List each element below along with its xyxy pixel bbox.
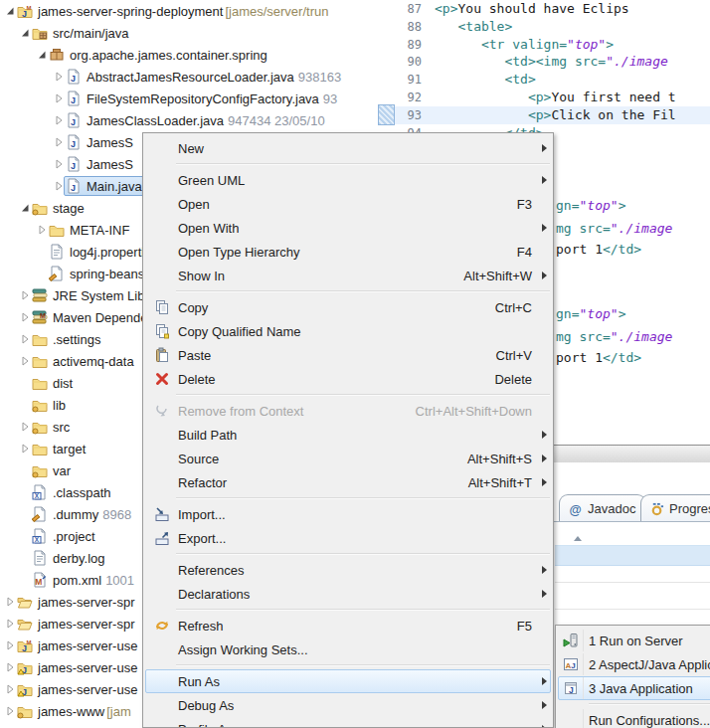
- code-fragment[interactable]: mg src="./image: [556, 328, 672, 346]
- menu-item-build-path[interactable]: Build Path: [145, 423, 551, 447]
- expand-arrow-icon[interactable]: [19, 309, 32, 325]
- menu-item-label: Import...: [178, 507, 532, 522]
- tree-item-content: JMjames-server-use: [17, 637, 137, 653]
- code-line-89[interactable]: 89 <tr valign="top">: [370, 36, 710, 54]
- collapse-arrow-icon[interactable]: [19, 25, 32, 41]
- code-line-87[interactable]: 87<p>You should have Eclips: [370, 0, 710, 18]
- panel-row[interactable]: [555, 609, 710, 610]
- svg-text:J: J: [71, 183, 76, 193]
- expand-arrow-icon[interactable]: [36, 222, 49, 238]
- svg-text:J: J: [71, 161, 76, 171]
- expand-arrow-icon[interactable]: [4, 659, 17, 675]
- menu-item-refresh[interactable]: RefreshF5: [145, 614, 551, 637]
- svg-text:J: J: [71, 74, 76, 84]
- submenu-item-run-configurations[interactable]: Run Configurations...: [558, 708, 710, 728]
- tree-item-decoration: 938163: [298, 70, 341, 85]
- no-arrow: [19, 550, 32, 566]
- tree-item-james-server-spring-deployment[interactable]: JMjames-server-spring-deployment[james/s…: [0, 0, 374, 22]
- expand-arrow-icon[interactable]: [53, 112, 66, 128]
- code-line-93[interactable]: 93 <p>Click on the Fil: [370, 106, 710, 124]
- code-fragment[interactable]: gn="top">: [556, 305, 625, 323]
- code-fragment[interactable]: mg src="./image: [556, 220, 672, 238]
- menu-accelerator: Ctrl+C: [495, 300, 532, 315]
- code-line-92[interactable]: 92 <p>You first need t: [370, 89, 710, 106]
- tree-item-abstractjamesresourceloader-java[interactable]: JAbstractJamesResourceLoader.java938163: [0, 66, 423, 88]
- tree-item-label: .project: [53, 529, 95, 544]
- menu-item-copy-qualified-name[interactable]: Copy Qualified Name: [145, 319, 551, 343]
- expand-arrow-icon[interactable]: [19, 441, 32, 456]
- code-segment: <p>: [528, 90, 551, 104]
- submenu-item-1-run-on-server[interactable]: 1 Run on Server: [558, 629, 710, 652]
- folder-badge-icon: [32, 397, 49, 413]
- code-fragment[interactable]: port 1</td>: [556, 241, 641, 259]
- tree-item-org-apache-james-container-spring[interactable]: org.apache.james.container.spring: [0, 44, 406, 66]
- menu-item-show-in[interactable]: Show InAlt+Shift+W: [145, 264, 551, 287]
- panel-selected-row[interactable]: [555, 545, 710, 566]
- code-line-91[interactable]: 91 <td>: [370, 71, 710, 89]
- expand-arrow-icon[interactable]: [53, 134, 66, 150]
- menu-item-references[interactable]: References: [145, 558, 551, 582]
- menu-item-new[interactable]: New: [145, 136, 551, 160]
- expand-arrow-icon[interactable]: [4, 703, 17, 719]
- menu-item-declarations[interactable]: Declarations: [145, 582, 551, 606]
- menu-item-delete[interactable]: DeleteDelete: [145, 367, 551, 391]
- menu-item-import[interactable]: Import...: [145, 502, 551, 526]
- menu-item-source[interactable]: SourceAlt+Shift+S: [145, 447, 551, 470]
- code-segment: "top": [567, 37, 606, 52]
- tree-item-label: .classpath: [53, 485, 111, 500]
- code-segment: >: [619, 306, 626, 321]
- menu-item-refactor[interactable]: RefactorAlt+Shift+T: [145, 470, 551, 494]
- tree-item-src-main-java[interactable]: src/main/java: [0, 22, 389, 44]
- code-fragment[interactable]: gn="top">: [556, 197, 625, 215]
- source-folder-icon: [32, 25, 49, 41]
- menu-item-green-uml[interactable]: Green UML: [145, 168, 551, 192]
- menu-item-label: Open Type Hierarchy: [178, 245, 517, 260]
- code-text: <p>Click on the Fil: [435, 106, 676, 124]
- expand-arrow-icon[interactable]: [4, 681, 17, 697]
- expand-arrow-icon[interactable]: [19, 331, 32, 347]
- tree-item-jamesclassloader-java[interactable]: JJamesClassLoader.java947434 23/05/10: [0, 109, 423, 131]
- expand-arrow-icon[interactable]: [4, 616, 17, 632]
- submenu-item-3-java-application[interactable]: J3 Java Application: [558, 676, 710, 700]
- menu-item-open-type-hierarchy[interactable]: Open Type HierarchyF4: [145, 240, 551, 264]
- menu-item-open[interactable]: OpenF3: [145, 192, 551, 216]
- menu-item-open-with[interactable]: Open With: [145, 216, 551, 240]
- folder-open-icon: [17, 616, 34, 632]
- menu-item-debug-as[interactable]: Debug As: [145, 693, 551, 717]
- menu-item-run-as[interactable]: Run As: [145, 669, 551, 693]
- menu-item-paste[interactable]: PasteCtrl+V: [145, 343, 551, 367]
- menu-item-copy[interactable]: CopyCtrl+C: [145, 295, 551, 319]
- view-tab-progress[interactable]: Progress: [640, 494, 710, 522]
- submenu-arrow-icon: [538, 724, 550, 728]
- menu-item-export[interactable]: Export...: [145, 526, 551, 550]
- expand-arrow-icon[interactable]: [53, 156, 66, 172]
- java-app-icon: J: [559, 677, 584, 699]
- code-fragment[interactable]: port 1</td>: [556, 349, 641, 367]
- tree-item-filesystemrepositoryconfigfactory-java[interactable]: JFileSystemRepositoryConfigFactory.java9…: [0, 88, 423, 109]
- menu-item-assign-working-sets[interactable]: Assign Working Sets...: [145, 637, 551, 661]
- expand-arrow-icon[interactable]: [53, 69, 66, 85]
- expand-arrow-icon[interactable]: [4, 637, 17, 653]
- line-number: 90: [394, 53, 422, 71]
- expand-arrow-icon[interactable]: [19, 419, 32, 435]
- view-tab-javadoc[interactable]: @Javadoc: [559, 494, 646, 522]
- expand-arrow-icon[interactable]: [19, 287, 32, 303]
- menu-accelerator: Alt+Shift+S: [467, 452, 532, 466]
- menu-item-profile-as[interactable]: Profile As: [145, 717, 551, 728]
- expand-arrow-icon[interactable]: [53, 91, 66, 106]
- expand-arrow-icon[interactable]: [19, 353, 32, 369]
- collapse-arrow-icon[interactable]: [4, 3, 17, 19]
- tree-item-label: dist: [53, 376, 73, 391]
- collapse-arrow-icon[interactable]: [36, 47, 49, 63]
- tree-item-content: .settings: [32, 331, 100, 347]
- code-line-90[interactable]: 90 <td><img src="./image: [370, 53, 710, 71]
- panel-row[interactable]: [555, 582, 710, 583]
- tree-item-content: JJamesClassLoader.java947434 23/05/10: [66, 112, 325, 128]
- collapse-arrow-icon[interactable]: [19, 200, 32, 216]
- file-badge-icon: [32, 506, 49, 522]
- code-segment: port 1: [556, 350, 603, 365]
- tree-item-content: var: [32, 462, 71, 478]
- expand-arrow-icon[interactable]: [4, 594, 17, 610]
- code-line-88[interactable]: 88 <table>: [370, 18, 710, 36]
- submenu-item-2-aspectj-java-application[interactable]: AJ2 AspectJ/Java Application: [558, 652, 710, 676]
